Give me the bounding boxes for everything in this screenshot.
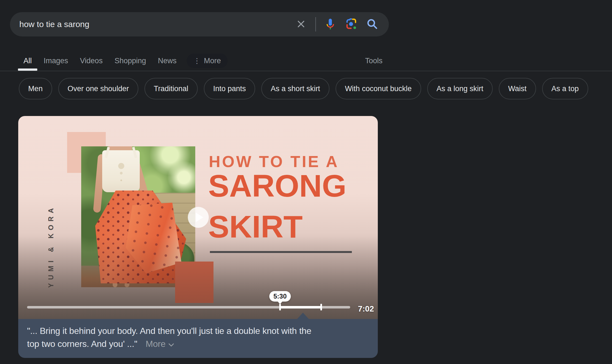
video-thumbnail[interactable]: YUMI & KORA HOW TO TIE A SARONG SKIRT 5:…: [18, 116, 378, 319]
tab-images[interactable]: Images: [38, 51, 74, 71]
lens-search-button[interactable]: [345, 18, 358, 31]
voice-search-button[interactable]: [324, 18, 337, 31]
search-magnifier-icon: [366, 18, 379, 31]
search-input[interactable]: [10, 20, 294, 29]
search-bar-divider: [315, 17, 316, 31]
timestamp-bubble-tail: [277, 301, 283, 304]
search-bar: [10, 12, 389, 36]
chip-as-a-short-skirt[interactable]: As a short skirt: [261, 78, 329, 99]
video-clip-segment: [280, 306, 322, 308]
caption-pointer-triangle: [297, 313, 309, 319]
tab-videos[interactable]: Videos: [75, 51, 108, 71]
timestamp-bubble-text: 5:30: [273, 292, 287, 300]
tab-shopping[interactable]: Shopping: [109, 51, 152, 71]
search-submit-button[interactable]: [366, 18, 379, 31]
chip-as-a-long-skirt[interactable]: As a long skirt: [427, 78, 493, 99]
thumbnail-title-line2: SARONG: [208, 170, 346, 202]
photo-top-strap: [105, 147, 110, 158]
chip-waist[interactable]: Waist: [499, 78, 536, 99]
caption-line-1: "... Bring it behind your body. And then…: [27, 325, 368, 337]
clip-end-tick: [320, 304, 322, 310]
chip-into-pants[interactable]: Into pants: [204, 78, 255, 99]
tab-more-label: More: [204, 57, 221, 65]
chevron-down-icon: [168, 337, 174, 350]
mic-icon: [324, 18, 337, 31]
tabs-divider-line: [0, 71, 612, 71]
video-duration: 7:02: [358, 304, 374, 313]
caption-line-2: top two corners. And you' ...": [27, 339, 137, 349]
caption-more-link[interactable]: More: [146, 339, 174, 349]
tab-all[interactable]: All: [18, 51, 37, 71]
tab-tools[interactable]: Tools: [360, 51, 388, 71]
chip-traditional[interactable]: Traditional: [144, 78, 198, 99]
thumbnail-title-line1: HOW TO TIE A: [209, 154, 339, 170]
caption-line-2-wrap: top two corners. And you' ..."More: [27, 337, 368, 350]
clear-search-button[interactable]: [294, 18, 308, 31]
chip-as-a-top[interactable]: As a top: [542, 78, 588, 99]
tab-more[interactable]: ⋮ More: [187, 54, 228, 68]
vertical-dots-icon: ⋮: [193, 57, 201, 64]
chip-with-coconut-buckle[interactable]: With coconut buckle: [336, 78, 421, 99]
clip-start-tick: [279, 304, 281, 310]
video-caption-bar: "... Bring it behind your body. And then…: [18, 319, 378, 358]
clear-x-icon: [296, 19, 307, 30]
tab-news[interactable]: News: [152, 51, 182, 71]
play-icon: [196, 213, 203, 222]
photo-top-strap: [132, 147, 137, 158]
search-bar-icons: [294, 17, 389, 31]
lens-camera-icon: [345, 18, 358, 31]
results-tabs: All Images Videos Shopping News ⋮ More T…: [18, 51, 388, 71]
play-button[interactable]: [188, 207, 209, 228]
chip-men[interactable]: Men: [19, 78, 52, 99]
chip-over-one-shoulder[interactable]: Over one shoulder: [58, 78, 138, 99]
filter-chips: Men Over one shoulder Traditional Into p…: [19, 78, 588, 99]
photo-top-tie: [118, 163, 124, 169]
video-result-card[interactable]: YUMI & KORA HOW TO TIE A SARONG SKIRT 5:…: [18, 116, 378, 358]
caption-more-label: More: [146, 339, 165, 349]
timestamp-bubble: 5:30: [269, 291, 291, 302]
photo-woman-top: [102, 150, 140, 192]
